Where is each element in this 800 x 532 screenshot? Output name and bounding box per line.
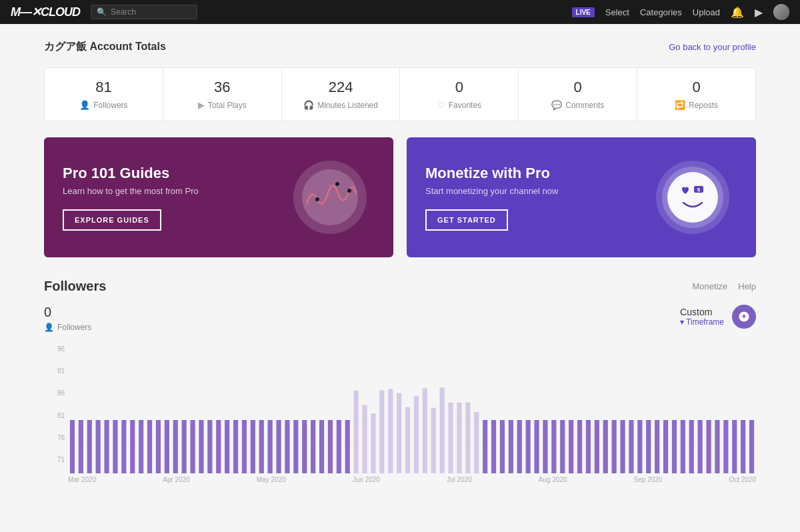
svg-rect-48 bbox=[362, 405, 367, 473]
svg-rect-21 bbox=[130, 420, 135, 473]
svg-rect-41 bbox=[302, 420, 307, 473]
avatar-image bbox=[773, 4, 789, 20]
favorites-label: Favorites bbox=[449, 101, 481, 110]
search-box[interactable]: 🔍 bbox=[91, 5, 197, 19]
main-container: カグア飯 Account Totals Go back to your prof… bbox=[33, 24, 767, 505]
svg-point-2 bbox=[315, 197, 319, 201]
svg-rect-66 bbox=[517, 420, 522, 473]
svg-rect-25 bbox=[165, 420, 169, 473]
nav-upload[interactable]: Upload bbox=[693, 7, 720, 17]
svg-rect-61 bbox=[474, 412, 479, 473]
x-label-1: Apr 2020 bbox=[163, 476, 190, 483]
svg-rect-60 bbox=[465, 403, 470, 473]
promo-card-pro101: Pro 101 Guides Learn how to get the most… bbox=[44, 137, 393, 257]
x-label-3: Jun 2020 bbox=[353, 476, 380, 483]
svg-rect-54 bbox=[414, 396, 419, 473]
help-link[interactable]: Help bbox=[738, 281, 756, 291]
followers-count: 0 bbox=[44, 305, 91, 320]
svg-rect-90 bbox=[723, 420, 728, 473]
svg-rect-89 bbox=[715, 420, 719, 473]
svg-rect-81 bbox=[646, 420, 651, 473]
followers-sub-label: 👤 Followers bbox=[44, 323, 91, 332]
monetize-link[interactable]: Monetize bbox=[693, 281, 728, 291]
stats-right: Custom ▾ Timeframe bbox=[680, 305, 756, 329]
upload-button[interactable] bbox=[732, 305, 756, 329]
svg-rect-82 bbox=[655, 420, 659, 473]
section-links: Monetize Help bbox=[693, 281, 757, 291]
heart-icon: ♡ bbox=[437, 100, 445, 110]
timeframe-text: Timeframe bbox=[686, 317, 724, 327]
svg-rect-50 bbox=[379, 390, 384, 473]
followers-number: 81 bbox=[95, 79, 111, 96]
svg-rect-15 bbox=[79, 420, 83, 473]
svg-rect-64 bbox=[500, 420, 505, 473]
avatar[interactable] bbox=[773, 4, 789, 20]
play-icon[interactable]: ▶ bbox=[755, 6, 763, 19]
svg-rect-56 bbox=[431, 408, 436, 473]
svg-rect-76 bbox=[603, 420, 608, 473]
svg-rect-47 bbox=[354, 391, 359, 473]
svg-rect-70 bbox=[551, 420, 556, 473]
nav-categories[interactable]: Categories bbox=[640, 7, 682, 17]
stat-favorites[interactable]: 0 ♡ Favorites bbox=[400, 68, 519, 121]
x-label-7: Oct 2020 bbox=[729, 476, 756, 483]
svg-rect-40 bbox=[293, 420, 298, 473]
reposts-number: 0 bbox=[692, 79, 700, 96]
page-header: カグア飯 Account Totals Go back to your prof… bbox=[44, 40, 756, 54]
followers-section-title: Followers bbox=[44, 279, 106, 294]
svg-rect-44 bbox=[328, 420, 333, 473]
get-started-button[interactable]: GET STARTED bbox=[425, 209, 508, 231]
svg-rect-92 bbox=[741, 420, 745, 473]
svg-rect-57 bbox=[440, 387, 445, 473]
svg-rect-91 bbox=[732, 420, 737, 473]
chart-wrapper: 96 91 86 81 76 71 Mar 2020 Apr 2020 May … bbox=[44, 340, 756, 489]
svg-rect-51 bbox=[388, 389, 393, 473]
stat-followers[interactable]: 81 👤 Followers bbox=[45, 68, 163, 121]
logo-text: M—✕CLOUD bbox=[11, 5, 80, 19]
x-label-6: Sep 2020 bbox=[634, 476, 663, 483]
svg-rect-68 bbox=[534, 420, 539, 473]
svg-rect-17 bbox=[96, 420, 101, 473]
go-back-link[interactable]: Go back to your profile bbox=[669, 42, 756, 52]
x-label-2: May 2020 bbox=[257, 476, 286, 483]
svg-rect-63 bbox=[491, 420, 496, 473]
chart-x-axis: Mar 2020 Apr 2020 May 2020 Jun 2020 Jul … bbox=[68, 473, 756, 489]
svg-point-3 bbox=[347, 189, 351, 193]
followers-icon: 👤 bbox=[79, 100, 90, 110]
svg-rect-43 bbox=[319, 420, 324, 473]
stat-reposts[interactable]: 0 🔁 Reposts bbox=[637, 68, 755, 121]
promo-row: Pro 101 Guides Learn how to get the most… bbox=[44, 137, 756, 257]
svg-rect-37 bbox=[268, 420, 273, 473]
comments-label: Comments bbox=[565, 101, 604, 110]
stat-total-plays[interactable]: 36 ▶ Total Plays bbox=[163, 68, 282, 121]
custom-label: Custom bbox=[680, 307, 724, 317]
search-input[interactable] bbox=[111, 7, 191, 17]
explore-guides-button[interactable]: EXPLORE GUIDES bbox=[63, 209, 161, 231]
stat-comments[interactable]: 0 💬 Comments bbox=[519, 68, 637, 121]
monetize-illustration: $ bbox=[656, 161, 729, 234]
plays-icon: ▶ bbox=[198, 100, 205, 110]
svg-rect-85 bbox=[681, 420, 685, 473]
svg-rect-23 bbox=[147, 420, 152, 473]
chevron-down-icon: ▾ bbox=[680, 317, 684, 327]
chart-circle bbox=[293, 161, 367, 234]
timeframe-dropdown[interactable]: ▾ Timeframe bbox=[680, 317, 724, 327]
svg-rect-33 bbox=[233, 420, 238, 473]
stat-minutes-listened[interactable]: 224 🎧 Minutes Listened bbox=[282, 68, 401, 121]
total-plays-label: Total Plays bbox=[208, 101, 247, 110]
logo[interactable]: M—✕CLOUD bbox=[11, 5, 80, 19]
svg-rect-39 bbox=[285, 420, 289, 473]
followers-label: Followers bbox=[93, 101, 127, 110]
svg-rect-52 bbox=[397, 393, 401, 473]
svg-rect-73 bbox=[577, 420, 582, 473]
favorites-number: 0 bbox=[455, 79, 463, 96]
bell-icon[interactable]: 🔔 bbox=[731, 6, 744, 19]
live-badge[interactable]: LIVE bbox=[572, 7, 595, 17]
nav-select[interactable]: Select bbox=[605, 7, 629, 17]
svg-point-6 bbox=[667, 172, 718, 223]
svg-rect-27 bbox=[182, 420, 187, 473]
y-label-5: 71 bbox=[44, 456, 67, 463]
svg-rect-67 bbox=[526, 420, 531, 473]
svg-rect-29 bbox=[199, 420, 203, 473]
comment-icon: 💬 bbox=[551, 100, 562, 110]
